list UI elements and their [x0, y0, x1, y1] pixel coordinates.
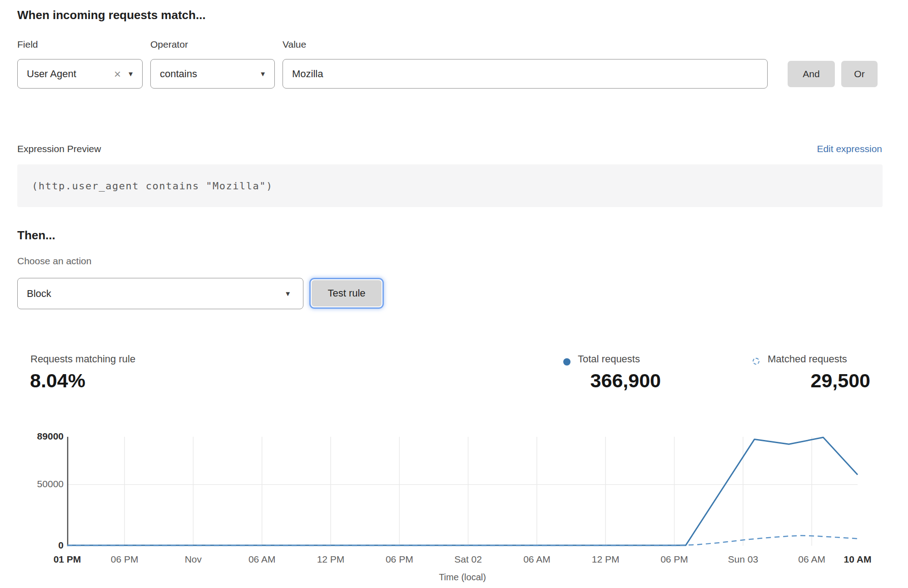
x-tick-label: 06 PM [93, 554, 156, 566]
x-tick-label: 10 AM [826, 554, 889, 566]
matched-requests-line [67, 536, 858, 546]
x-tick-label: 12 PM [574, 554, 637, 566]
test-rule-button[interactable]: Test rule [311, 279, 382, 307]
matched-requests-value: 29,500 [689, 370, 870, 392]
matched-requests-label: Matched requests [768, 353, 847, 365]
x-tick-label: 06 PM [643, 554, 706, 566]
page-title: When incoming requests match... [17, 8, 206, 22]
value-label: Value [283, 39, 306, 50]
field-select[interactable]: User Agent × ▼ [17, 59, 143, 89]
x-tick-label: Sat 02 [437, 554, 500, 566]
x-tick-label: Nov [161, 554, 225, 566]
chevron-down-icon: ▼ [124, 70, 142, 78]
requests-chart: Time (local) 8900050000001 PM06 PMNov06 … [0, 422, 908, 588]
total-requests-line [67, 437, 858, 545]
operator-select[interactable]: contains ▼ [150, 59, 275, 89]
field-select-value: User Agent [18, 68, 110, 80]
value-input[interactable] [283, 59, 767, 88]
x-tick-label: 01 PM [35, 554, 99, 566]
action-select[interactable]: Block ▼ [17, 278, 303, 309]
matched-requests-legend-icon [753, 358, 759, 365]
and-button[interactable]: And [788, 61, 835, 87]
then-heading: Then... [17, 228, 55, 242]
value-field-wrap [283, 59, 768, 89]
or-button[interactable]: Or [841, 61, 878, 87]
total-requests-label: Total requests [578, 353, 640, 365]
x-tick-label: 12 PM [299, 554, 362, 566]
x-tick-label: 06 PM [367, 554, 431, 566]
choose-action-label: Choose an action [17, 256, 91, 267]
chart-plot[interactable] [67, 437, 858, 546]
operator-label: Operator [150, 39, 188, 50]
edit-expression-link[interactable]: Edit expression [817, 143, 882, 154]
chevron-down-icon: ▼ [282, 290, 303, 297]
total-requests-legend-icon [563, 358, 571, 366]
total-requests-value: 366,900 [479, 370, 661, 392]
requests-matching-value: 8.04% [30, 370, 85, 392]
y-tick-label: 0 [9, 540, 64, 552]
y-tick-label: 50000 [9, 479, 64, 490]
field-label: Field [17, 39, 38, 50]
expression-preview-label: Expression Preview [17, 143, 101, 154]
y-tick-label: 89000 [9, 431, 64, 443]
x-tick-label: Sun 03 [711, 554, 775, 566]
expression-code: (http.user_agent contains "Mozilla") [17, 180, 273, 192]
x-tick-label: 06 AM [230, 554, 294, 566]
operator-select-value: contains [151, 68, 257, 80]
expression-preview-box: (http.user_agent contains "Mozilla") [17, 164, 883, 207]
x-tick-label: 06 AM [505, 554, 569, 566]
clear-field-icon[interactable]: × [110, 68, 124, 80]
action-select-value: Block [18, 288, 282, 300]
requests-matching-label: Requests matching rule [30, 353, 135, 365]
chevron-down-icon: ▼ [257, 70, 274, 78]
x-axis-title: Time (local) [394, 572, 531, 583]
